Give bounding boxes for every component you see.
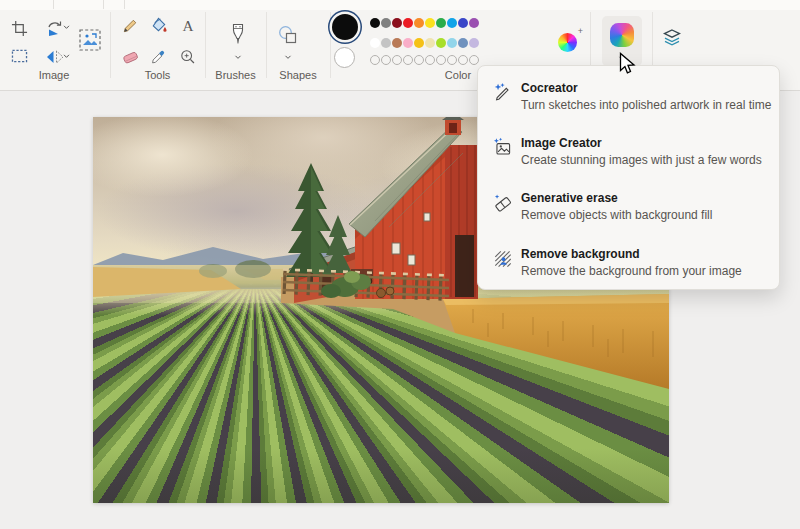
brush-icon (228, 22, 248, 46)
color-swatch[interactable] (447, 18, 457, 28)
menu-item-image-creator[interactable]: Image Creator Create stunning images wit… (478, 136, 779, 180)
color-swatch[interactable] (458, 38, 468, 48)
menu-item-title: Remove background (521, 247, 640, 261)
palette-row-3 (370, 55, 479, 65)
color-swatch[interactable] (425, 38, 435, 48)
copilot-icon (610, 23, 634, 47)
sparkle-pencil-icon (492, 82, 514, 104)
color-swatch[interactable] (392, 38, 402, 48)
layers-button[interactable] (658, 24, 686, 52)
color-swatch[interactable] (469, 38, 479, 48)
color-swatch[interactable] (370, 38, 380, 48)
brushes-button[interactable] (222, 20, 254, 64)
custom-color-slot[interactable] (447, 55, 457, 65)
custom-color-slot[interactable] (414, 55, 424, 65)
remove-background-icon (492, 248, 514, 270)
custom-color-slot[interactable] (469, 55, 479, 65)
svg-text:A: A (182, 17, 193, 34)
menu-item-title: Image Creator (521, 136, 602, 150)
chevron-down-icon (63, 25, 70, 30)
menu-item-title: Cocreator (521, 81, 578, 95)
select-marquee-icon (11, 49, 28, 64)
menu-item-description: Remove the background from your image (521, 264, 742, 278)
magnifier-icon (179, 48, 197, 66)
custom-color-slot[interactable] (436, 55, 446, 65)
color-swatch[interactable] (436, 18, 446, 28)
color-swatch[interactable] (414, 38, 424, 48)
color-swatch[interactable] (458, 18, 468, 28)
layers-icon (660, 26, 684, 50)
group-label-shapes: Shapes (266, 69, 330, 81)
menu-item-generative-erase[interactable]: Generative erase Remove objects with bac… (478, 191, 779, 235)
magnifier-button[interactable] (177, 46, 199, 68)
chevron-down-icon (234, 55, 242, 60)
eraser-button[interactable] (119, 45, 141, 67)
fill-bucket-icon (149, 16, 168, 35)
color-swatch[interactable] (392, 18, 402, 28)
secondary-color-swatch[interactable] (334, 47, 355, 68)
rotate-button[interactable] (40, 16, 70, 40)
color-swatch[interactable] (414, 18, 424, 28)
ribbon-top-strip (0, 0, 800, 10)
mouse-cursor (619, 52, 637, 78)
custom-color-slot[interactable] (392, 55, 402, 65)
edit-colors-button[interactable] (558, 33, 577, 52)
group-label-tools: Tools (110, 69, 205, 81)
sparkle-image-icon (492, 137, 514, 159)
primary-color-swatch[interactable] (332, 14, 358, 40)
eraser-icon (121, 47, 140, 66)
rotate-icon (46, 19, 64, 37)
eyedropper-icon (149, 48, 167, 66)
crop-icon (11, 20, 28, 37)
palette-row-2 (370, 38, 479, 48)
color-swatch[interactable] (447, 38, 457, 48)
custom-color-slot[interactable] (381, 55, 391, 65)
pencil-icon (121, 16, 140, 35)
crop-button[interactable] (8, 17, 30, 39)
menu-item-cocreator[interactable]: Cocreator Turn sketches into polished ar… (478, 81, 779, 125)
shapes-button[interactable] (272, 20, 304, 64)
fill-button[interactable] (147, 14, 169, 36)
resize-image-icon (78, 28, 102, 52)
color-swatch[interactable] (381, 38, 391, 48)
group-label-brushes: Brushes (205, 69, 266, 81)
menu-item-description: Remove objects with background fill (521, 208, 712, 222)
custom-color-slot[interactable] (425, 55, 435, 65)
menu-item-description: Create stunning images with just a few w… (521, 153, 762, 167)
color-picker-button[interactable] (147, 46, 169, 68)
color-swatch[interactable] (469, 18, 479, 28)
custom-color-slot[interactable] (458, 55, 468, 65)
text-icon: A (179, 17, 197, 35)
chevron-down-icon (63, 54, 70, 59)
select-button[interactable] (8, 45, 30, 67)
pencil-button[interactable] (119, 14, 141, 36)
color-swatch[interactable] (403, 38, 413, 48)
color-swatch[interactable] (425, 18, 435, 28)
flip-icon (46, 49, 64, 65)
color-swatch[interactable] (403, 18, 413, 28)
flip-button[interactable] (40, 45, 70, 69)
color-swatch[interactable] (381, 18, 391, 28)
menu-item-title: Generative erase (521, 191, 618, 205)
color-swatch[interactable] (370, 18, 380, 28)
chevron-down-icon (284, 55, 292, 60)
custom-color-slot[interactable] (370, 55, 380, 65)
custom-color-slot[interactable] (403, 55, 413, 65)
resize-button[interactable] (76, 26, 104, 54)
menu-item-remove-background[interactable]: Remove background Remove the background … (478, 247, 779, 291)
text-button[interactable]: A (177, 15, 199, 37)
menu-item-description: Turn sketches into polished artwork in r… (521, 98, 771, 112)
shapes-icon (277, 24, 299, 46)
color-swatch[interactable] (436, 38, 446, 48)
copilot-dropdown-menu: Cocreator Turn sketches into polished ar… (477, 65, 780, 290)
palette-row-1 (370, 18, 479, 28)
sparkle-eraser-icon (492, 192, 514, 214)
paint-window: Image A Tools Brushes (0, 0, 800, 529)
group-label-image: Image (0, 69, 108, 81)
